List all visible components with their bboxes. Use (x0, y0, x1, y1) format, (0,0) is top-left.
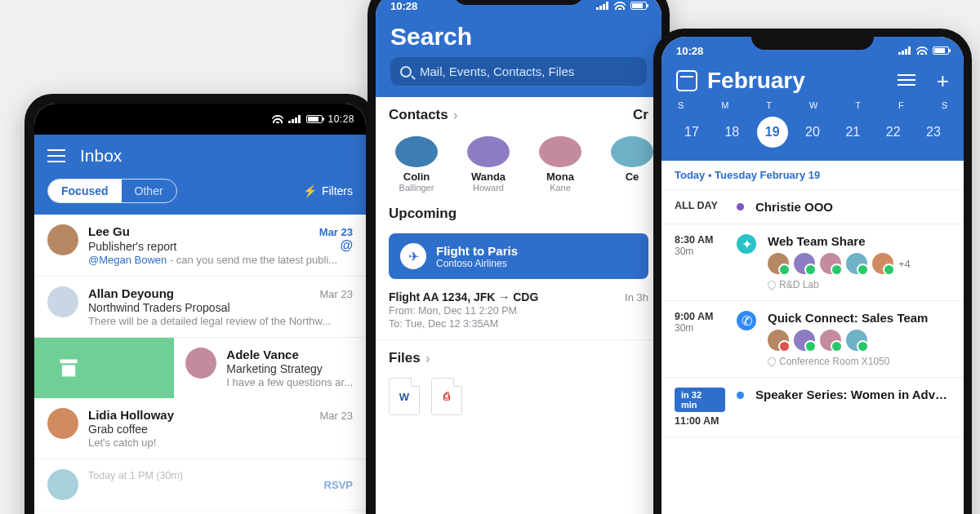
hamburger-icon[interactable] (47, 155, 65, 157)
focused-other-segment[interactable]: Focused Other (47, 179, 177, 203)
sender: Lee Gu (88, 224, 130, 238)
status-time: 10:28 (327, 113, 354, 125)
signal-icon (288, 115, 301, 123)
filters-button[interactable]: ⚡ Filters (303, 184, 353, 197)
rsvp-item[interactable]: Today at 1 PM (30m) RSVP (34, 459, 366, 511)
upcoming-header: Upcoming (389, 206, 648, 222)
search-header: Search Mail, Events, Contacts, Files (376, 20, 662, 97)
battery-icon (306, 115, 323, 123)
day[interactable]: 22 (878, 117, 909, 148)
avatar (539, 136, 581, 167)
new-event-button[interactable]: + (937, 69, 949, 94)
files-row: W ⎙ (376, 371, 662, 422)
wifi-icon (614, 2, 626, 10)
time-until-pill: in 32 min (675, 388, 725, 412)
bolt-icon: ⚡ (303, 184, 317, 197)
page-title: Inbox (80, 146, 122, 166)
contact-item[interactable]: Ce (604, 136, 660, 193)
message-date: Mar 23 (319, 226, 353, 238)
inbox-header: Inbox Focused Other ⚡ Filters (34, 135, 366, 215)
avatar (47, 469, 78, 500)
chevron-right-icon: › (425, 351, 430, 366)
subject: Grab coffee (88, 423, 353, 436)
preview: Let's catch up! (88, 436, 353, 449)
status-time: 10:28 (676, 45, 703, 57)
event-item[interactable]: 9:00 AM30m ✆ Quick Connect: Sales Team C… (662, 301, 964, 378)
category-dot-icon (737, 203, 744, 210)
day-selected[interactable]: 19 (757, 117, 788, 148)
allday-event[interactable]: ALL DAY Christie OOO (662, 190, 964, 224)
message-date: Mar 23 (320, 288, 353, 300)
message-list[interactable]: Lee Gu Mar 23 Publisher's report @ @Mega… (34, 215, 366, 511)
message-item[interactable]: Lee Gu Mar 23 Publisher's report @ @Mega… (34, 215, 366, 277)
preview: @Megan Bowen - can you send me the lates… (88, 254, 353, 266)
category-dot-icon (737, 392, 744, 399)
chevron-right-icon: › (453, 108, 458, 122)
preview: There will be a detailed legal review of… (88, 315, 353, 327)
attendees: +4 (768, 253, 951, 274)
day[interactable]: 20 (797, 117, 828, 148)
subject: Marketing Strategy (226, 362, 353, 375)
word-file-icon[interactable]: W (389, 378, 420, 415)
flight-details[interactable]: Flight AA 1234, JFK → CDG In 3h From: Mo… (376, 287, 662, 340)
avatar (467, 136, 510, 167)
battery-icon (630, 2, 647, 10)
attendees (768, 330, 951, 351)
tab-focused[interactable]: Focused (48, 179, 122, 202)
day[interactable]: 18 (716, 117, 747, 148)
today-label: Today • Tuesday February 19 (662, 161, 964, 190)
contact-item[interactable]: Mona Kane (532, 136, 588, 193)
avatar (395, 136, 438, 167)
calendar-header: February + SMTWTFS 17 18 19 20 21 22 23 (662, 64, 964, 161)
day[interactable]: 23 (918, 117, 949, 148)
avatar (47, 224, 78, 255)
phone-icon: ✆ (737, 311, 756, 330)
contacts-header[interactable]: Contacts › (389, 107, 458, 123)
phone-android-inbox: 10:28 Inbox Focused Other ⚡ Filters (24, 94, 376, 514)
search-icon (400, 66, 412, 78)
message-item[interactable]: Allan Deyoung Mar 23 Northwind Traders P… (34, 277, 366, 338)
phone-iphone-search: 10:28 Search Mail, Events, Contacts, Fil… (368, 0, 670, 514)
preview: I have a few questions ar... (226, 376, 353, 388)
battery-icon (933, 47, 949, 55)
day-row[interactable]: 17 18 19 20 21 22 23 (676, 113, 949, 153)
teams-icon: ✦ (737, 234, 756, 254)
location-pin-icon (766, 356, 777, 367)
avatar (47, 408, 78, 439)
location-pin-icon (766, 279, 777, 290)
phone-iphone-calendar: 10:28 February + SMTWTFS 17 (653, 29, 972, 514)
wifi-icon (916, 47, 928, 55)
weekday-row: SMTWTFS (676, 94, 949, 113)
upcoming-card[interactable]: ✈ Flight to Paris Contoso Airlines (389, 233, 648, 279)
page-title: February (707, 68, 888, 94)
contact-item[interactable]: Wanda Howard (461, 136, 516, 193)
files-header[interactable]: Files › (389, 350, 648, 366)
day[interactable]: 21 (837, 117, 868, 148)
rsvp-button[interactable]: RSVP (324, 479, 353, 491)
contacts-row[interactable]: Colin Ballinger Wanda Howard Mona Kane C… (376, 128, 662, 196)
archive-icon (57, 357, 80, 379)
archive-action[interactable] (34, 338, 174, 398)
signal-icon (898, 47, 911, 55)
pdf-file-icon[interactable]: ⎙ (431, 378, 462, 415)
agenda-view-icon[interactable] (898, 74, 915, 87)
search-placeholder: Mail, Events, Contacts, Files (420, 64, 574, 78)
event-item[interactable]: in 32 min 11:00 AM Speaker Series: Women… (662, 378, 964, 437)
airplane-icon: ✈ (400, 243, 426, 269)
avatar (47, 286, 78, 317)
sender: Adele Vance (226, 348, 298, 361)
tab-other[interactable]: Other (122, 179, 176, 202)
message-item-swiped[interactable]: Adele Vance Marketing Strategy I have a … (34, 338, 366, 398)
page-title: Search (390, 23, 647, 51)
contact-item[interactable]: Colin Ballinger (389, 136, 444, 193)
day[interactable]: 17 (676, 117, 707, 148)
subject: Publisher's report (88, 240, 177, 253)
calendar-icon[interactable] (676, 70, 697, 91)
message-item[interactable]: Lidia Holloway Mar 23 Grab coffee Let's … (34, 398, 366, 459)
signal-icon (596, 2, 609, 10)
search-input[interactable]: Mail, Events, Contacts, Files (390, 57, 647, 86)
wifi-icon (272, 115, 283, 123)
sender: Lidia Holloway (88, 408, 174, 422)
status-bar: 10:28 (34, 104, 366, 135)
event-item[interactable]: 8:30 AM30m ✦ Web Team Share +4 R&D Lab (662, 224, 964, 301)
